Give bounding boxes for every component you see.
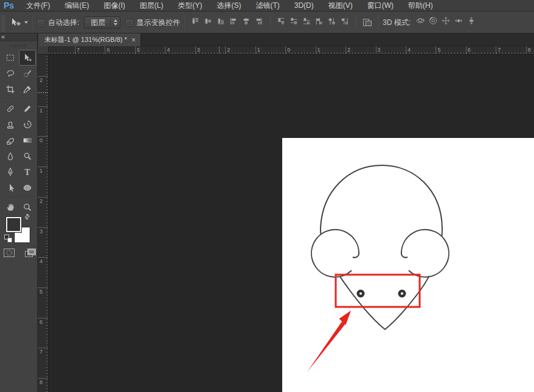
align-left-edges-icon[interactable] (228, 16, 240, 27)
distribute-vertical-centers-icon[interactable] (288, 16, 300, 27)
tool-group-divider (3, 197, 35, 198)
ruler-major-tick (135, 46, 136, 55)
spot-healing-brush-tool-icon[interactable] (2, 101, 19, 117)
ellipse-tool-icon[interactable] (19, 180, 36, 196)
move-tool-icon[interactable] (19, 50, 36, 66)
ruler-number: 7 (40, 349, 43, 355)
blur-tool-icon[interactable] (2, 148, 19, 164)
tool-panel: « T ⇄ (0, 33, 38, 392)
pen-tool-icon[interactable] (2, 164, 19, 180)
screen-mode-button[interactable] (24, 247, 37, 258)
collapse-panels-icon[interactable]: « (1, 33, 5, 40)
align-right-edges-icon[interactable] (254, 16, 265, 27)
crop-tool-icon[interactable] (2, 81, 19, 97)
ruler-major-tick (38, 136, 49, 137)
eyedropper-tool-icon[interactable] (19, 81, 36, 97)
hand-tool-icon[interactable] (2, 199, 19, 215)
auto-select-target-dropdown[interactable]: 图层 (84, 16, 120, 29)
document-canvas[interactable] (282, 138, 534, 392)
show-transform-checkbox[interactable] (125, 19, 133, 27)
align-top-edges-icon[interactable] (190, 16, 201, 27)
ruler-major-tick (38, 167, 49, 167)
pencil-tool-icon[interactable] (19, 101, 36, 117)
ruler-major-tick (195, 46, 196, 55)
tab-close-icon[interactable]: × (131, 36, 136, 44)
document-tab[interactable]: 未标题-1 @ 131%(RGB/8) * × (38, 33, 141, 46)
auto-select-target-value: 图层 (91, 18, 105, 28)
auto-select-checkbox[interactable] (37, 19, 45, 27)
3d-roll-icon[interactable] (428, 16, 439, 27)
menu-item-2[interactable]: 编辑(E) (57, 0, 96, 12)
ruler-major-tick (38, 106, 49, 107)
ruler-number: 6 (106, 47, 109, 53)
menu-item-10[interactable]: 窗口(W) (360, 0, 401, 12)
menu-item-7[interactable]: 滤镜(T) (248, 0, 286, 12)
ruler-major-tick (38, 348, 49, 348)
align-bottom-edges-icon[interactable] (215, 16, 227, 27)
align-vertical-centers-icon[interactable] (203, 16, 214, 27)
menu-item-4[interactable]: 图层(L) (133, 0, 171, 12)
menu-item-6[interactable]: 选择(S) (209, 0, 248, 12)
3d-pan-icon[interactable] (440, 16, 452, 27)
move-tool-option-icon[interactable] (9, 17, 21, 28)
lasso-tool-icon[interactable] (2, 66, 19, 81)
left-eye-highlight (359, 292, 362, 295)
3d-mode-label: 3D 模式: (383, 18, 411, 28)
dodge-tool-icon[interactable] (19, 148, 36, 164)
separator (356, 15, 356, 30)
canvas-workspace[interactable] (49, 55, 534, 392)
path-selection-tool-icon[interactable] (2, 180, 19, 196)
distribute-top-edges-icon[interactable] (276, 16, 287, 27)
dropdown-spinner-icon (110, 19, 117, 26)
distribute-horizontal-centers-icon[interactable] (327, 16, 338, 27)
quick-mask-button[interactable] (3, 247, 15, 258)
vertical-ruler[interactable]: 21012345678 (38, 55, 49, 392)
quick-selection-tool-icon[interactable] (19, 66, 36, 81)
history-brush-tool-icon[interactable] (19, 117, 36, 132)
annotation-arrow-shaft (307, 322, 345, 373)
menu-item-1[interactable]: 文件(F) (19, 0, 57, 12)
3d-scale-icon[interactable] (466, 16, 477, 27)
foreground-color-swatch[interactable] (6, 217, 21, 232)
tool-panel-grip[interactable] (10, 44, 28, 47)
workspace: « T ⇄ (0, 33, 534, 392)
menu-item-3[interactable]: 图像(I) (96, 0, 132, 12)
default-colors-icon[interactable] (4, 235, 12, 242)
separator (32, 15, 33, 30)
distribute-right-edges-icon[interactable] (339, 16, 351, 27)
cursor-position-marker (219, 46, 220, 55)
distribute-bottom-edges-icon[interactable] (301, 16, 313, 27)
ruler-number: 2 (227, 47, 230, 53)
ruler-number: 1 (40, 168, 43, 174)
3d-rotate-icon[interactable] (415, 16, 426, 27)
annotation-arrow-head (339, 311, 352, 325)
ruler-number: 2 (40, 198, 43, 204)
align-horizontal-centers-icon[interactable] (241, 16, 252, 27)
type-tool-icon[interactable]: T (19, 164, 36, 180)
3d-slide-icon[interactable] (453, 16, 465, 27)
rectangular-marquee-tool-icon[interactable] (2, 50, 19, 66)
auto-select-label: 自动选择: (48, 18, 79, 28)
eraser-tool-icon[interactable] (2, 132, 19, 148)
color-swatches: ⇄ (0, 215, 38, 249)
gradient-tool-icon[interactable] (19, 132, 36, 148)
ruler-number: 4 (40, 258, 43, 264)
clone-stamp-tool-icon[interactable] (2, 117, 19, 132)
ruler-major-tick (165, 46, 165, 55)
options-bar-grip[interactable] (1, 15, 5, 31)
ruler-number: 6 (468, 47, 471, 53)
tool-preset-caret-icon[interactable] (24, 21, 28, 24)
auto-align-layers-icon[interactable] (361, 17, 373, 29)
photoshop-window: Ps 文件(F)编辑(E)图像(I)图层(L)类型(Y)选择(S)滤镜(T)3D… (0, 0, 534, 392)
horizontal-ruler[interactable]: 7654321012345678 (38, 46, 534, 55)
ruler-major-tick (345, 46, 346, 55)
menu-item-8[interactable]: 3D(D) (287, 0, 321, 12)
distribute-left-edges-icon[interactable] (314, 16, 325, 27)
show-transform-label: 显示变换控件 (136, 18, 180, 28)
menu-item-5[interactable]: 类型(Y) (170, 0, 209, 12)
ruler-major-tick (496, 46, 496, 55)
menu-item-11[interactable]: 帮助(H) (401, 0, 440, 12)
ruler-origin-box[interactable] (38, 46, 49, 55)
menu-item-9[interactable]: 视图(V) (321, 0, 360, 12)
ruler-major-tick (38, 318, 49, 318)
